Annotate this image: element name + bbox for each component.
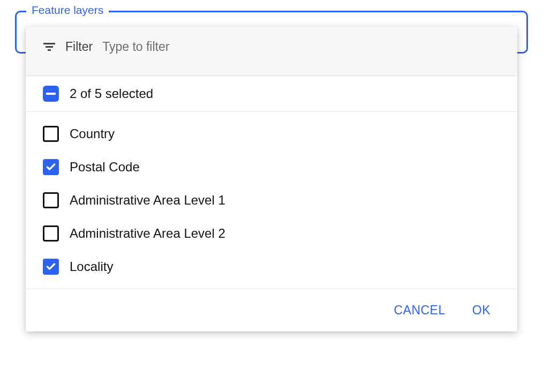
filter-row: Filter [26, 27, 517, 76]
ok-button[interactable]: OK [472, 303, 491, 318]
option-row[interactable]: Country [26, 117, 517, 150]
filter-label: Filter [65, 40, 93, 54]
filter-input[interactable] [102, 40, 500, 54]
option-row[interactable]: Locality [26, 250, 517, 283]
checkbox-icon [43, 159, 59, 175]
option-row[interactable]: Administrative Area Level 1 [26, 184, 517, 217]
option-label: Administrative Area Level 2 [70, 226, 225, 241]
checkbox-icon [43, 192, 59, 208]
filter-icon [43, 41, 56, 54]
checkbox-icon [43, 259, 59, 275]
option-label: Administrative Area Level 1 [70, 193, 225, 208]
option-label: Country [70, 126, 115, 141]
checkbox-icon [43, 225, 59, 242]
cancel-button[interactable]: CANCEL [394, 303, 445, 318]
dialog-footer: CANCEL OK [26, 289, 517, 331]
indeterminate-checkbox-icon [43, 86, 59, 102]
options-list: CountryPostal CodeAdministrative Area Le… [26, 112, 517, 289]
feature-layers-dropdown: Filter 2 of 5 selected CountryPostal Cod… [26, 27, 517, 331]
option-label: Locality [70, 259, 113, 274]
selection-summary: 2 of 5 selected [70, 86, 153, 101]
select-all-row[interactable]: 2 of 5 selected [26, 76, 517, 112]
fieldset-legend: Feature layers [26, 4, 109, 17]
option-label: Postal Code [70, 160, 140, 175]
checkbox-icon [43, 126, 59, 142]
option-row[interactable]: Postal Code [26, 150, 517, 184]
option-row[interactable]: Administrative Area Level 2 [26, 217, 517, 250]
